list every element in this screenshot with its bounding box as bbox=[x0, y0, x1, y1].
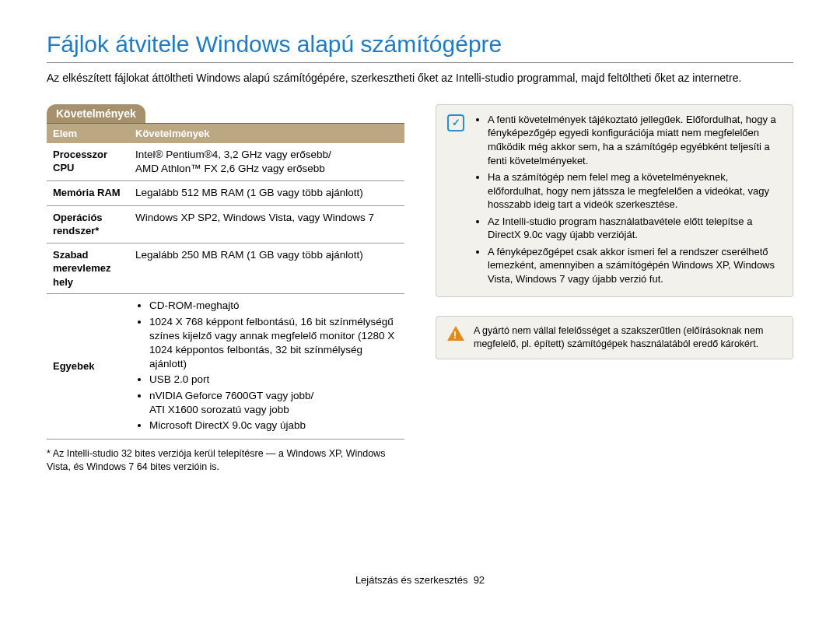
row-item-others: Egyebek bbox=[47, 294, 129, 440]
warning-note-box: A gyártó nem vállal felelősséget a szaks… bbox=[436, 316, 793, 359]
footer-page-number: 92 bbox=[474, 574, 485, 586]
page-footer: Lejátszás és szerkesztés 92 bbox=[47, 574, 793, 586]
list-item: A fenti követelmények tájékoztató jelleg… bbox=[488, 113, 782, 167]
notes-column: ✓ A fenti követelmények tájékoztató jell… bbox=[436, 104, 793, 473]
table-row-others: Egyebek CD-ROM-meghajtó1024 X 768 képpon… bbox=[47, 294, 404, 440]
row-item: Szabad merevlemez hely bbox=[47, 243, 129, 294]
row-req: Windows XP SP2, Windows Vista, vagy Wind… bbox=[129, 205, 404, 243]
list-item: 1024 X 768 képpont felbontású, 16 bit sz… bbox=[149, 315, 398, 372]
row-req-others: CD-ROM-meghajtó1024 X 768 képpont felbon… bbox=[129, 294, 404, 440]
footer-section: Lejátszás és szerkesztés bbox=[355, 574, 468, 586]
row-item: Memória RAM bbox=[47, 181, 129, 205]
requirements-footnote: * Az Intelli-studio 32 bites verziója ke… bbox=[47, 447, 404, 473]
info-icon: ✓ bbox=[447, 114, 464, 131]
list-item: nVIDIA Geforce 7600GT vagy jobb/ ATI X16… bbox=[149, 389, 398, 417]
row-req: Intel® Pentium®4, 3,2 GHz vagy erősebb/ … bbox=[129, 143, 404, 181]
list-item: Microsoft DirectX 9.0c vagy újabb bbox=[149, 419, 398, 433]
row-item: Processzor CPU bbox=[47, 143, 129, 181]
table-row: Szabad merevlemez hely Legalább 250 MB R… bbox=[47, 243, 404, 294]
requirements-table: Elem Követelmények Processzor CPU Intel®… bbox=[47, 124, 404, 440]
page-title: Fájlok átvitele Windows alapú számítógép… bbox=[47, 31, 793, 63]
info-note-list: A fenti követelmények tájékoztató jelleg… bbox=[474, 113, 782, 289]
table-row: Processzor CPU Intel® Pentium®4, 3,2 GHz… bbox=[47, 143, 404, 181]
row-item: Operációs rendszer* bbox=[47, 205, 129, 243]
table-header-req: Követelmények bbox=[129, 124, 404, 143]
list-item: CD-ROM-meghajtó bbox=[149, 299, 398, 313]
list-item: USB 2.0 port bbox=[149, 373, 398, 387]
table-row: Operációs rendszer* Windows XP SP2, Wind… bbox=[47, 205, 404, 243]
info-note-box: ✓ A fenti követelmények tájékoztató jell… bbox=[436, 104, 793, 298]
table-row: Memória RAM Legalább 512 MB RAM (1 GB va… bbox=[47, 181, 404, 205]
row-req: Legalább 512 MB RAM (1 GB vagy több aján… bbox=[129, 181, 404, 205]
table-header-item: Elem bbox=[47, 124, 129, 143]
requirements-column: Követelmények Elem Követelmények Process… bbox=[47, 104, 404, 473]
row-req: Legalább 250 MB RAM (1 GB vagy több aján… bbox=[129, 243, 404, 294]
warning-text: A gyártó nem vállal felelősséget a szaks… bbox=[474, 324, 782, 351]
intro-text: Az elkészített fájlokat áttöltheti Windo… bbox=[47, 71, 793, 86]
list-item: Ha a számítógép nem felel meg a követelm… bbox=[488, 170, 782, 212]
list-item: Az Intelli-studio program használatbavét… bbox=[488, 215, 782, 242]
requirements-heading: Követelmények bbox=[47, 104, 145, 123]
list-item: A fényképezőgépet csak akkor ismeri fel … bbox=[488, 245, 782, 286]
warning-icon bbox=[447, 326, 464, 341]
